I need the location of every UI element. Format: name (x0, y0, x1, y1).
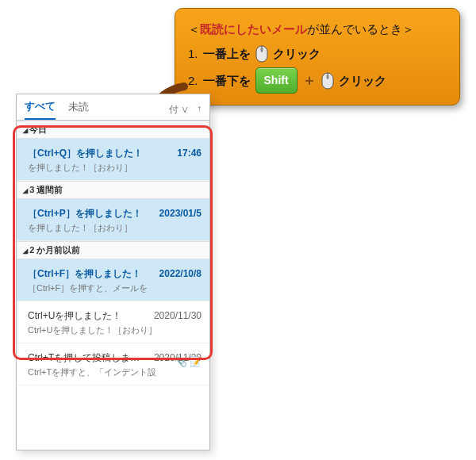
svg-rect-2 (260, 48, 263, 52)
mail-date: 17:46 (177, 148, 202, 159)
mouse-icon (321, 72, 334, 90)
sort-direction-up[interactable]: ↑ (197, 103, 202, 117)
filter-tabs: すべて 未読 付 ∨ ↑ (17, 94, 209, 121)
attachment-flag-icons: 📎 📝 (175, 356, 202, 367)
step2-number: 2. (188, 70, 198, 91)
plus-icon: ＋ (302, 67, 317, 93)
mail-date: 2020/11/30 (154, 310, 202, 321)
step1-text: 一番上を (203, 43, 251, 64)
mail-preview: を押しました！［おわり］ (28, 162, 202, 174)
step1-click: クリック (273, 43, 321, 64)
mail-subject: Ctrl+Tを押して投稿します！ (28, 351, 143, 365)
tab-all[interactable]: すべて (25, 99, 56, 120)
mail-item[interactable]: ［Ctrl+P］を押しました！ 2023/01/5 を押しました！［おわり］ (17, 199, 209, 241)
mail-item[interactable]: ［Ctrl+F］を押しました！ 2022/10/8 ［Ctrl+F］を押すと、メ… (17, 259, 209, 301)
mail-preview: ［Ctrl+F］を押すと、メールを (28, 282, 202, 294)
angle-open: ＜ (188, 22, 200, 36)
callout-highlight: 既読にしたいメール (200, 22, 307, 36)
mail-item[interactable]: 📎 📝 Ctrl+Tを押して投稿します！ 2020/11/20 Ctrl+Tを押… (17, 343, 209, 385)
mail-item[interactable]: Ctrl+Uを押しました！ 2020/11/30 Ctrl+Uを押しました！［お… (17, 301, 209, 343)
step2-text: 一番下を (203, 70, 251, 91)
mail-preview: を押しました！［おわり］ (28, 222, 202, 234)
mail-item[interactable]: ［Ctrl+Q］を押しました！ 17:46 を押しました！［おわり］ (17, 139, 209, 181)
step-2: 2. 一番下を Shift ＋ クリック (188, 67, 447, 94)
group-label: 3 週間前 (29, 185, 63, 194)
step1-number: 1. (188, 43, 198, 64)
svg-rect-5 (326, 75, 328, 79)
group-header-today[interactable]: 今日 (17, 121, 209, 139)
mail-subject: Ctrl+Uを押しました！ (28, 309, 121, 323)
tab-unread[interactable]: 未読 (68, 100, 89, 119)
step-1: 1. 一番上を クリック (188, 43, 447, 64)
email-list-pane: すべて 未読 付 ∨ ↑ 今日 ［Ctrl+Q］を押しました！ 17:46 を押… (16, 94, 210, 450)
mail-preview: Ctrl+Tを押すと、「インデント設 (28, 366, 202, 378)
mouse-icon (255, 45, 268, 63)
mail-preview: Ctrl+Uを押しました！［おわり］ (28, 324, 202, 336)
instruction-callout: ＜既読にしたいメールが並んでいるとき＞ 1. 一番上を クリック 2. 一番下を… (175, 8, 460, 105)
mail-date: 2022/10/8 (159, 268, 202, 279)
group-label: 今日 (29, 125, 47, 134)
mail-subject: ［Ctrl+Q］を押しました！ (28, 147, 143, 160)
group-header-3weeks[interactable]: 3 週間前 (17, 181, 209, 199)
group-header-2months[interactable]: 2 か月前以前 (17, 241, 209, 259)
shift-key-icon: Shift (255, 67, 298, 94)
sort-dropdown[interactable]: 付 ∨ (169, 103, 189, 117)
mail-date: 2023/01/5 (159, 208, 202, 219)
group-label: 2 か月前以前 (29, 245, 80, 255)
step2-click: クリック (339, 70, 386, 91)
mail-subject: ［Ctrl+F］を押しました！ (28, 267, 141, 281)
mail-subject: ［Ctrl+P］を押しました！ (28, 207, 142, 220)
callout-title-rest: が並んでいるとき＞ (307, 22, 414, 36)
callout-title: ＜既読にしたいメールが並んでいるとき＞ (188, 18, 447, 40)
